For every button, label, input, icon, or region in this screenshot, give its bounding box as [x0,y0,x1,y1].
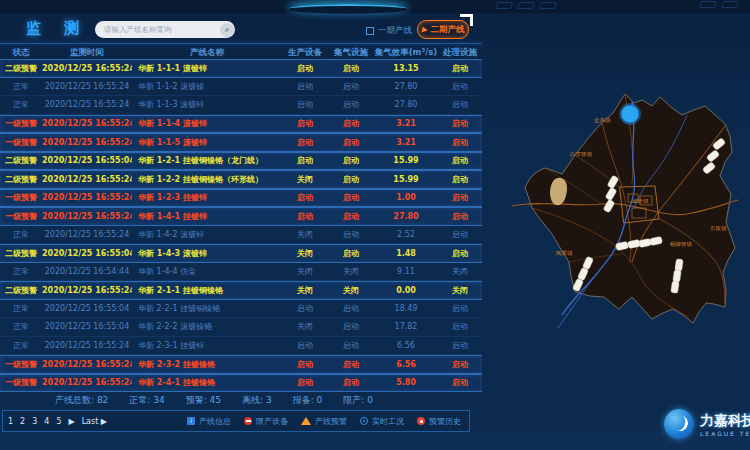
time-cell: 2020/12/25 16:55:24 [42,341,132,350]
line-name-cell: 华新 1-4-4 仿金 [132,266,282,277]
gas-efficiency-cell: 18.49 [374,304,438,313]
status-cell: 正常 [0,266,42,277]
time-cell: 2020/12/25 16:55:24 [42,360,132,369]
page-button[interactable]: 5 [56,417,61,426]
process-facility-cell: 启动 [438,229,482,240]
legend-item[interactable]: 实时工况 [360,416,404,427]
prod-equip-cell: 关闭 [282,285,328,296]
process-facility-cell: 启动 [438,81,482,92]
line-name-cell: 华新 1-2-3 挂镀锌 [132,192,282,203]
table-row[interactable]: 二级预警2020/12/25 16:55:24华新 2-1-1 挂镀铜镍铬关闭关… [0,281,482,300]
time-cell: 2020/12/25 16:55:24 [42,286,132,295]
table-row[interactable]: 一级预警2020/12/25 16:55:24华新 2-3-2 挂镀镍铬启动启动… [0,355,482,374]
time-cell: 2020/12/25 16:55:24 [42,212,132,221]
status-cell: 二级预警 [0,63,42,74]
table-body: 二级预警2020/12/25 16:55:24华新 1-1-1 滚镀锌启动启动1… [0,59,482,392]
page-button[interactable]: 4 [44,417,49,426]
table-row[interactable]: 正常2020/12/25 16:55:04华新 2-2-1 挂镀铜镍铬启动启动1… [0,300,482,319]
status-cell: 一级预警 [0,377,42,388]
history-dot-icon [417,417,425,425]
gas-efficiency-cell: 1.48 [374,249,438,258]
prod-equip-cell: 关闭 [282,248,328,259]
segment-decor [495,2,513,9]
table-row[interactable]: 一级预警2020/12/25 16:55:24华新 2-4-1 挂镀镍铬启动启动… [0,374,482,393]
status-cell: 正常 [0,81,42,92]
legend-item[interactable]: 限产设备 [244,416,288,427]
page-button[interactable]: 1 [8,417,13,426]
gas-facility-cell: 启动 [328,321,374,332]
table-row[interactable]: 正常2020/12/25 16:55:24华新 2-3-1 挂镀锌启动启动6.5… [0,337,482,356]
legend-item[interactable]: i产线信息 [187,416,231,427]
process-facility-cell: 启动 [438,211,482,222]
gas-efficiency-cell: 27.80 [374,212,438,221]
table-row[interactable]: 一级预警2020/12/25 16:55:24华新 1-2-3 挂镀锌启动启动1… [0,189,482,208]
table-row[interactable]: 二级预警2020/12/25 16:55:24华新 1-2-2 挂镀铜镍铬（环形… [0,170,482,189]
district-map[interactable]: 金凤镇白市驿镇华岩镇石板镇陶家镇铜罐驿镇 [482,56,750,404]
map-pill-marker[interactable] [675,259,684,272]
checkbox-icon[interactable] [366,27,374,35]
gas-facility-cell: 启动 [328,99,374,110]
gas-facility-cell: 启动 [328,303,374,314]
gas-facility-cell: 启动 [328,211,374,222]
station-marker-dot[interactable] [621,105,639,123]
prod-equip-cell: 启动 [282,340,328,351]
station-marker [619,103,641,125]
process-facility-cell: 启动 [438,340,482,351]
column-header: 状态 [0,47,42,59]
gas-efficiency-cell: 3.21 [374,119,438,128]
gas-efficiency-cell: 15.99 [374,175,438,184]
table-row[interactable]: 正常2020/12/25 16:55:24华新 1-1-2 滚镀镍启动启动27.… [0,78,482,97]
table-row[interactable]: 二级预警2020/12/25 16:55:24华新 1-1-1 滚镀锌启动启动1… [0,59,482,78]
process-facility-cell: 启动 [438,137,482,148]
column-header: 产线名称 [132,47,282,59]
page-button[interactable]: 2 [20,417,25,426]
line-name-cell: 华新 1-2-2 挂镀铜镍铬（环形线） [132,174,282,185]
column-header: 集气设施 [328,47,374,59]
process-facility-cell: 启动 [438,192,482,203]
table-row[interactable]: 一级预警2020/12/25 16:55:24华新 1-1-4 滚镀锌启动启动3… [0,115,482,134]
search-bar[interactable]: ⌕ [95,21,235,38]
process-facility-cell: 启动 [438,303,482,314]
status-cell: 正常 [0,303,42,314]
table-row[interactable]: 正常2020/12/25 16:55:04华新 2-2-2 滚镀镍铬关闭启动17… [0,318,482,337]
process-facility-cell: 启动 [438,321,482,332]
legend-item[interactable]: 预警历史 [417,416,461,427]
gas-efficiency-cell: 1.00 [374,193,438,202]
legend-item[interactable]: 产线预警 [301,416,347,427]
status-cell: 二级预警 [0,174,42,185]
prod-equip-cell: 关闭 [282,266,328,277]
column-header: 监测时间 [42,47,132,59]
search-icon[interactable]: ⌕ [220,23,234,37]
legend-label: 预警历史 [429,416,461,427]
gas-facility-cell: 启动 [328,248,374,259]
last-page-button[interactable]: Last ▶ [82,417,107,426]
time-cell: 2020/12/25 16:55:24 [42,193,132,202]
line-name-cell: 华新 1-1-3 滚镀锌 [132,99,282,110]
search-input[interactable] [95,25,220,34]
status-cell: 正常 [0,340,42,351]
town-label: 石板镇 [710,225,727,232]
status-cell: 一级预警 [0,192,42,203]
town-label: 铜罐驿镇 [670,241,693,248]
table-row[interactable]: 一级预警2020/12/25 16:55:24华新 1-1-5 滚镀锌启动启动3… [0,133,482,152]
table-row[interactable]: 正常2020/12/25 16:55:24华新 1-1-3 滚镀锌启动启动27.… [0,96,482,115]
status-cell: 二级预警 [0,155,42,166]
time-cell: 2020/12/25 16:55:24 [42,138,132,147]
table-row[interactable]: 二级预警2020/12/25 16:55:04华新 1-2-1 挂镀铜镍铬（龙门… [0,152,482,171]
time-cell: 2020/12/25 16:55:24 [42,82,132,91]
line-name-cell: 华新 2-1-1 挂镀铜镍铬 [132,285,282,296]
legend-label: 产线预警 [315,416,347,427]
page-button[interactable]: 3 [32,417,37,426]
summary-item: 产线总数: 82 [55,394,108,407]
town-label: 华岩镇 [632,198,649,204]
segment-decor [539,2,557,9]
phase1-checkbox[interactable]: 一期产线 [366,25,412,37]
table-row[interactable]: 正常2020/12/25 16:54:44华新 1-4-4 仿金关闭关闭9.11… [0,263,482,282]
table-row[interactable]: 一级预警2020/12/25 16:55:24华新 1-4-1 挂镀锌启动启动2… [0,207,482,226]
map-pill-marker[interactable] [673,270,682,283]
time-cell: 2020/12/25 16:54:44 [42,267,132,276]
map-pill-marker[interactable] [671,281,680,294]
table-row[interactable]: 二级预警2020/12/25 16:55:04华新 1-4-3 滚镀锌关闭启动1… [0,244,482,263]
table-row[interactable]: 正常2020/12/25 16:55:24华新 1-4-2 滚镀锌关闭启动2.5… [0,226,482,245]
next-page-button[interactable]: ▶ [68,417,74,426]
